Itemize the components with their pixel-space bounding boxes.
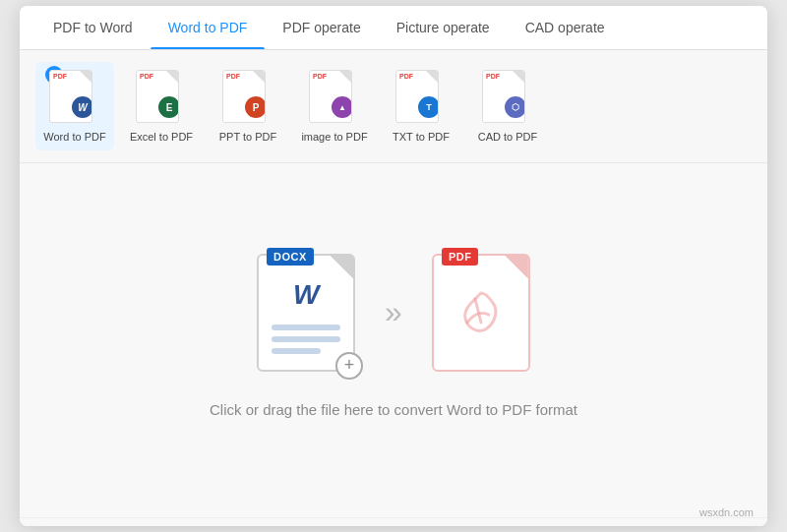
excel-to-pdf-file-icon: PDF E (136, 70, 179, 123)
doc-line-3 (272, 348, 321, 354)
txt-badge: T (418, 96, 439, 118)
doc-lines (272, 325, 340, 360)
icon-item-ppt-to-pdf[interactable]: PDF P PPT to PDF (209, 62, 287, 150)
word-to-pdf-icon-img: ✓ PDF W (49, 70, 100, 127)
image-badge: ▲ (332, 96, 352, 118)
word-to-pdf-file-icon: PDF W (49, 70, 92, 123)
txt-to-pdf-label: TXT to PDF (393, 131, 450, 143)
docx-file-illustration: DOCX W + (257, 254, 355, 372)
tab-pdf-to-word[interactable]: PDF to Word (35, 6, 151, 49)
cad-badge: ⬡ (505, 96, 525, 118)
icon-item-image-to-pdf[interactable]: PDF ▲ image to PDF (295, 62, 374, 150)
pdf-badge: PDF (442, 248, 479, 266)
pdf-label-excel: PDF (140, 73, 153, 80)
tab-word-to-pdf[interactable]: Word to PDF (151, 6, 266, 49)
icon-item-excel-to-pdf[interactable]: PDF E Excel to PDF (122, 62, 201, 150)
icon-item-word-to-pdf[interactable]: ✓ PDF W Word to PDF (35, 62, 114, 150)
pdf-file-illustration: PDF (432, 254, 530, 372)
doc-line-1 (272, 325, 340, 330)
txt-to-pdf-icon-img: PDF T (395, 70, 447, 127)
image-to-pdf-file-icon: PDF ▲ (309, 70, 352, 123)
word-to-pdf-label: Word to PDF (43, 131, 105, 143)
excel-to-pdf-icon-img: PDF E (136, 70, 187, 127)
icon-item-txt-to-pdf[interactable]: PDF T TXT to PDF (382, 62, 460, 150)
cad-to-pdf-icon-img: PDF ⬡ (482, 70, 533, 127)
ppt-to-pdf-label: PPT to PDF (219, 131, 276, 143)
image-to-pdf-label: image to PDF (301, 131, 367, 143)
watermark: wsxdn.com (699, 506, 754, 518)
ppt-to-pdf-icon-img: PDF P (222, 70, 273, 127)
tab-picture-operate[interactable]: Picture operate (379, 6, 508, 49)
image-to-pdf-icon-img: PDF ▲ (309, 70, 360, 127)
convert-arrow-icon: » (385, 294, 402, 330)
drop-illustration: DOCX W + » PDF (257, 254, 530, 372)
plus-circle-icon: + (335, 352, 363, 380)
drop-area[interactable]: DOCX W + » PDF (20, 163, 767, 517)
acrobat-icon (454, 285, 509, 340)
pdf-label-txt: PDF (399, 73, 413, 80)
excel-badge: E (158, 96, 179, 118)
word-w-icon: W (293, 279, 319, 311)
icon-item-cad-to-pdf[interactable]: PDF ⬡ CAD to PDF (468, 62, 547, 150)
docx-badge: DOCX (267, 248, 314, 266)
pdf-label-ppt: PDF (226, 73, 240, 80)
cad-to-pdf-file-icon: PDF ⬡ (482, 70, 525, 123)
ppt-badge: P (245, 96, 266, 118)
ppt-to-pdf-file-icon: PDF P (222, 70, 266, 123)
tab-bar: PDF to Word Word to PDF PDF operate Pict… (20, 6, 767, 50)
pdf-label-image: PDF (313, 73, 327, 80)
icon-bar: ✓ PDF W Word to PDF PDF E Excel to PDF (20, 50, 767, 163)
excel-to-pdf-label: Excel to PDF (130, 131, 193, 143)
tab-pdf-operate[interactable]: PDF operate (265, 6, 378, 49)
cad-to-pdf-label: CAD to PDF (478, 131, 538, 143)
pdf-label-word: PDF (53, 73, 67, 80)
txt-to-pdf-file-icon: PDF T (395, 70, 439, 123)
doc-line-2 (272, 336, 340, 342)
tab-cad-operate[interactable]: CAD operate (508, 6, 623, 49)
word-badge: W (72, 96, 92, 118)
app-window: PDF to Word Word to PDF PDF operate Pict… (20, 6, 767, 526)
pdf-label-cad: PDF (486, 73, 500, 80)
drop-instruction-text: Click or drag the file here to convert W… (210, 401, 577, 418)
